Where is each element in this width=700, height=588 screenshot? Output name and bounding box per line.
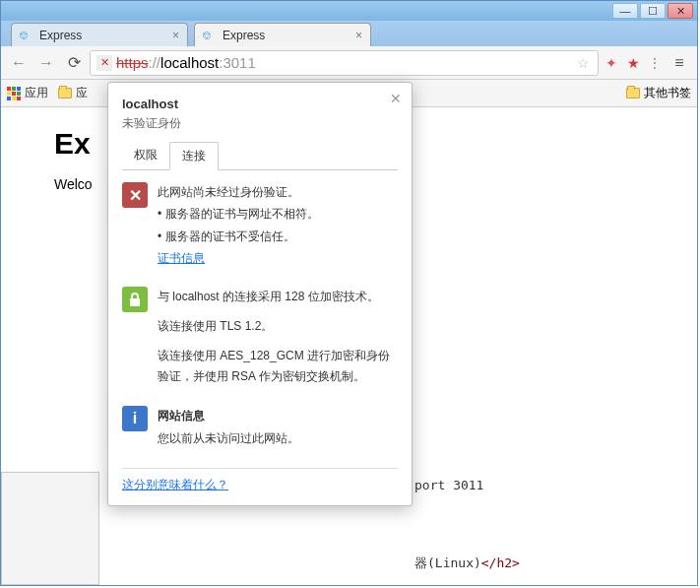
other-bookmarks[interactable]: 其他书签	[626, 85, 691, 101]
background-code-line-1: port 3011	[414, 478, 483, 492]
security-info-popup: ✕ localhost 未验证身份 权限 连接 ✕ 此网站尚未经过身份验证。 •…	[107, 82, 413, 506]
warning-line-1: 此网站尚未经过身份验证。	[158, 182, 398, 202]
tab-0[interactable]: ⎊ Express ×	[11, 23, 188, 46]
encryption-line-1: 与 localhost 的连接采用 128 位加密技术。	[158, 287, 398, 306]
url-port: :3011	[219, 54, 256, 71]
tab-permissions[interactable]: 权限	[122, 142, 169, 169]
toolbar: ← → ⟳ ✕ https://localhost:3011 ☆ ✦ ★ ⋮ ≡	[1, 46, 697, 80]
extension-icon-3[interactable]: ⋮	[646, 54, 664, 72]
warning-body: 此网站尚未经过身份验证。 • 服务器的证书与网址不相符。 • 服务器的证书不受信…	[158, 182, 398, 269]
bookmark-label: 应	[76, 85, 88, 101]
encryption-section: 与 localhost 的连接采用 128 位加密技术。 该连接使用 TLS 1…	[122, 287, 398, 389]
background-window	[1, 472, 99, 585]
folder-icon	[58, 88, 72, 98]
reload-button[interactable]: ⟳	[62, 51, 86, 75]
window-close-button[interactable]: ✕	[668, 3, 693, 19]
other-bookmarks-label: 其他书签	[644, 85, 691, 101]
apps-grid-icon	[7, 87, 21, 100]
window-minimize-button[interactable]: —	[612, 3, 638, 19]
what-does-this-mean-link[interactable]: 这分别意味着什么？	[122, 478, 228, 491]
back-button[interactable]: ←	[7, 51, 31, 75]
warning-bullet-1: • 服务器的证书与网址不相符。	[158, 204, 398, 224]
site-info-title: 网站信息	[158, 406, 398, 425]
window-maximize-button[interactable]: ☐	[640, 3, 666, 19]
info-icon: i	[122, 406, 148, 431]
address-bar[interactable]: ✕ https://localhost:3011 ☆	[90, 50, 599, 76]
tab-close-icon[interactable]: ×	[355, 29, 362, 42]
tab-strip: ⎊ Express × ⎊ Express ×	[1, 21, 697, 46]
warning-icon: ✕	[122, 182, 148, 208]
certificate-info-link[interactable]: 证书信息	[158, 251, 205, 265]
encryption-body: 与 localhost 的连接采用 128 位加密技术。 该连接使用 TLS 1…	[158, 287, 398, 389]
security-warning-section: ✕ 此网站尚未经过身份验证。 • 服务器的证书与网址不相符。 • 服务器的证书不…	[122, 182, 398, 269]
url-scheme: https	[116, 54, 149, 71]
popup-footer: 这分别意味着什么？	[122, 468, 398, 493]
apps-label: 应用	[25, 85, 48, 101]
browser-window: — ☐ ✕ ⎊ Express × ⎊ Express × ← → ⟳ ✕ ht…	[0, 0, 698, 586]
url-slashes: ://	[149, 54, 161, 71]
site-info-line-1: 您以前从未访问过此网站。	[158, 428, 398, 448]
extension-icon-1[interactable]: ✦	[603, 54, 620, 72]
favicon-icon: ⎊	[20, 29, 33, 42]
window-titlebar: — ☐ ✕	[1, 1, 697, 21]
site-security-icon[interactable]: ✕	[96, 55, 112, 71]
popup-close-button[interactable]: ✕	[390, 91, 402, 106]
encryption-line-2: 该连接使用 TLS 1.2。	[158, 316, 398, 336]
bg-code-tag: </h2>	[481, 555, 520, 570]
tab-connection[interactable]: 连接	[169, 142, 219, 170]
apps-shortcut[interactable]: 应用	[7, 85, 48, 101]
warning-bullet-2: • 服务器的证书不受信任。	[158, 227, 398, 246]
menu-button[interactable]: ≡	[668, 51, 691, 75]
extension-icon-2[interactable]: ★	[624, 54, 642, 72]
url-text: https://localhost:3011	[116, 54, 570, 71]
tab-close-icon[interactable]: ×	[172, 29, 179, 42]
favicon-icon: ⎊	[203, 29, 217, 42]
tab-1[interactable]: ⎊ Express ×	[194, 23, 371, 46]
folder-icon	[626, 88, 640, 98]
popup-title: localhost	[122, 97, 398, 111]
popup-subtitle: 未验证身份	[122, 115, 398, 132]
background-code-line-2: 器(Linux)</h2>	[414, 555, 520, 572]
star-icon[interactable]: ☆	[574, 54, 592, 72]
forward-button[interactable]: →	[34, 51, 58, 75]
lock-icon	[122, 287, 148, 312]
site-info-body: 网站信息 您以前从未访问过此网站。	[158, 406, 398, 450]
site-info-section: i 网站信息 您以前从未访问过此网站。	[122, 406, 398, 450]
bg-code-text: 器(Linux)	[414, 555, 481, 570]
url-host: localhost	[160, 54, 219, 71]
popup-tabs: 权限 连接	[122, 142, 398, 170]
encryption-line-3: 该连接使用 AES_128_GCM 进行加密和身份验证，并使用 RSA 作为密钥…	[158, 346, 398, 386]
tab-title: Express	[39, 29, 166, 42]
tab-title: Express	[223, 29, 350, 42]
bookmark-folder-1[interactable]: 应	[58, 85, 88, 101]
